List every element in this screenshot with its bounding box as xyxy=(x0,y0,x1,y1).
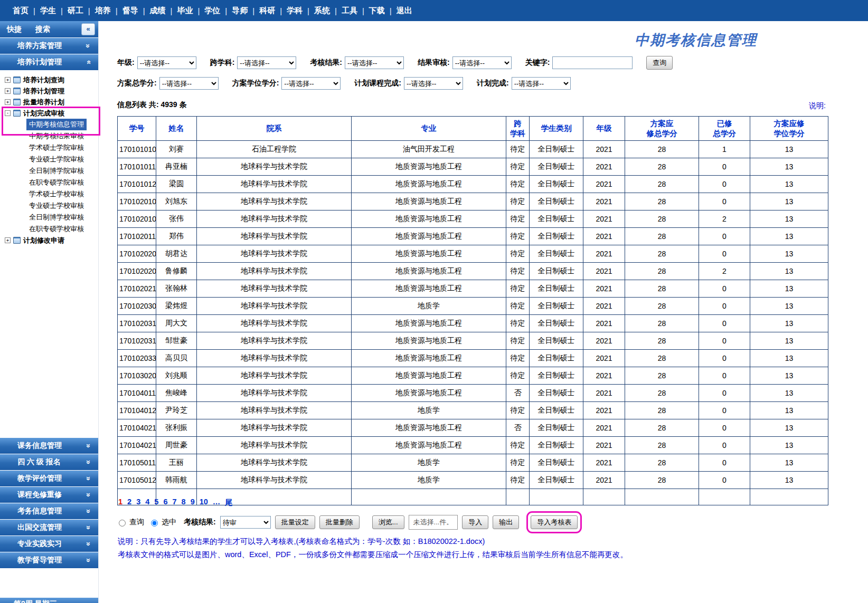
column-header-8[interactable]: 方案应 修总学分 xyxy=(625,117,699,141)
column-header-9[interactable]: 已修 总学分 xyxy=(699,117,750,141)
expand-icon[interactable]: + xyxy=(5,99,11,105)
batch-set-button[interactable]: 批量设定 xyxy=(275,515,315,529)
tree-node-5[interactable]: +计划修改申请 xyxy=(5,235,98,246)
page-link-9[interactable]: 9 xyxy=(191,497,195,508)
top-nav-item-10[interactable]: 科研 xyxy=(254,6,280,16)
sidebar-accordion-bottom-4[interactable]: 课程免修重修» xyxy=(0,487,99,503)
student-name-link[interactable]: 韩雨航 xyxy=(156,472,197,489)
tree-leaf-2[interactable]: 中期考核结果审核 xyxy=(5,130,98,142)
search-tab[interactable]: 搜索 xyxy=(35,25,50,34)
tree-leaf-6[interactable]: 在职专硕学院审核 xyxy=(5,177,98,188)
filter-select[interactable]: --请选择-- xyxy=(159,77,219,90)
top-nav-item-5[interactable]: 督导 xyxy=(118,6,143,16)
sidebar-accordion-top-2[interactable]: 培养计划管理» xyxy=(0,54,98,70)
page-link-1[interactable]: 1 xyxy=(118,497,122,508)
page-link-4[interactable]: 4 xyxy=(145,497,149,508)
expand-icon[interactable]: + xyxy=(5,77,11,83)
tree-leaf-9[interactable]: 全日制博学校审核 xyxy=(5,212,98,223)
student-name-link[interactable]: 高贝贝 xyxy=(156,350,197,367)
top-nav-item-2[interactable]: 学生 xyxy=(35,6,61,16)
filter-select[interactable]: --请选择-- xyxy=(137,56,196,69)
tree-leaf-1[interactable]: 中期考核信息管理 xyxy=(5,119,98,130)
top-nav-item-11[interactable]: 学科 xyxy=(282,6,307,16)
column-header-2[interactable]: 姓名 xyxy=(156,117,197,141)
filter-select[interactable]: --请选择-- xyxy=(452,56,512,69)
student-name-link[interactable]: 焦峻峰 xyxy=(156,385,197,402)
student-name-link[interactable]: 尹玲芝 xyxy=(156,402,197,419)
result-select[interactable]: 待审 xyxy=(220,516,271,529)
tree-leaf-5[interactable]: 全日制博学院审核 xyxy=(5,165,98,177)
filter-select[interactable]: --请选择-- xyxy=(512,77,571,90)
student-name-link[interactable]: 邹世豪 xyxy=(156,332,197,350)
student-name-link[interactable]: 王丽 xyxy=(156,454,197,472)
student-name-link[interactable]: 张伟 xyxy=(156,210,197,228)
student-name-link[interactable]: 周大文 xyxy=(156,315,197,332)
column-header-1[interactable]: 学号 xyxy=(118,117,156,141)
student-name-link[interactable]: 周世豪 xyxy=(156,437,197,454)
browse-button[interactable]: 浏览... xyxy=(372,515,404,529)
tree-leaf-4[interactable]: 专业硕士学院审核 xyxy=(5,154,98,165)
column-header-10[interactable]: 方案应修 学位学分 xyxy=(750,117,828,141)
page-link-10[interactable]: 10 xyxy=(200,497,208,508)
column-header-5[interactable]: 跨 学科 xyxy=(506,117,530,141)
tree-leaf-3[interactable]: 学术硕士学院审核 xyxy=(5,142,98,154)
collapse-icon[interactable]: - xyxy=(5,110,11,116)
batch-delete-button[interactable]: 批量删除 xyxy=(319,515,360,529)
filter-select[interactable]: --请选择-- xyxy=(281,77,341,90)
import-button[interactable]: 导入 xyxy=(462,515,488,529)
filter-select[interactable]: --请选择-- xyxy=(237,56,296,69)
tree-node-4[interactable]: -计划完成审核 xyxy=(5,108,98,119)
page-link-6[interactable]: 6 xyxy=(163,497,167,508)
radio-selected-input[interactable] xyxy=(151,520,158,527)
radio-selected[interactable]: 选中 xyxy=(148,518,176,527)
top-nav-item-6[interactable]: 成绩 xyxy=(145,6,171,16)
column-header-3[interactable]: 院系 xyxy=(197,117,352,141)
sidebar-accordion-bottom-7[interactable]: 专业实践实习» xyxy=(0,536,99,552)
student-name-link[interactable]: 刘旭东 xyxy=(156,193,197,210)
student-name-link[interactable]: 胡君达 xyxy=(156,245,197,263)
tree-node-3[interactable]: +批量培养计划 xyxy=(5,97,98,108)
student-name-link[interactable]: 张翰林 xyxy=(156,280,197,298)
export-button[interactable]: 输出 xyxy=(493,515,519,529)
keyword-input[interactable] xyxy=(552,56,633,69)
sidebar-accordion-bottom-2[interactable]: 四 六 级 报名» xyxy=(0,454,99,470)
sidebar-accordion-top-1[interactable]: 培养方案管理» xyxy=(0,38,98,54)
expand-icon[interactable]: + xyxy=(5,88,11,94)
expand-icon[interactable]: + xyxy=(5,237,11,243)
page-link-8[interactable]: 8 xyxy=(182,497,186,508)
student-name-link[interactable]: 张利振 xyxy=(156,419,197,437)
top-nav-item-12[interactable]: 系统 xyxy=(309,6,335,16)
sidebar-accordion-bottom-8[interactable]: 教学督导管理» xyxy=(0,552,99,568)
top-nav-item-9[interactable]: 导师 xyxy=(227,6,252,16)
sidebar-accordion-bottom-3[interactable]: 教学评价管理» xyxy=(0,471,99,486)
page-link-last[interactable]: 尾 xyxy=(225,497,233,508)
sidebar-collapse-button[interactable]: « xyxy=(81,23,95,35)
sidebar-accordion-bottom-6[interactable]: 出国交流管理» xyxy=(0,520,99,535)
page-link-3[interactable]: 3 xyxy=(136,497,140,508)
page-link-7[interactable]: 7 xyxy=(172,497,176,508)
tree-node-2[interactable]: +培养计划管理 xyxy=(5,85,98,97)
student-name-link[interactable]: 梁圆 xyxy=(156,176,197,193)
query-button[interactable]: 查询 xyxy=(646,56,673,70)
page-link-2[interactable]: 2 xyxy=(127,497,131,508)
quick-tab[interactable]: 快捷 xyxy=(7,25,22,34)
student-name-link[interactable]: 鲁修麟 xyxy=(156,263,197,280)
top-nav-item-4[interactable]: 培养 xyxy=(90,6,116,16)
sidebar-accordion-bottom-5[interactable]: 考务信息管理» xyxy=(0,503,99,519)
column-header-6[interactable]: 学生类别 xyxy=(530,117,583,141)
tree-leaf-8[interactable]: 专业硕士学校审核 xyxy=(5,200,98,212)
top-nav-item-3[interactable]: 研工 xyxy=(63,6,88,16)
top-nav-item-1[interactable]: 首页 xyxy=(8,6,33,16)
page-link-5[interactable]: 5 xyxy=(154,497,158,508)
column-header-4[interactable]: 专业 xyxy=(352,117,506,141)
student-name-link[interactable]: 刘兆顺 xyxy=(156,367,197,385)
tree-node-1[interactable]: +培养计划查询 xyxy=(5,74,98,85)
top-nav-item-8[interactable]: 学位 xyxy=(200,6,225,16)
top-nav-item-14[interactable]: 下载 xyxy=(364,6,390,16)
student-name-link[interactable]: 刘赛 xyxy=(156,141,197,158)
tree-leaf-7[interactable]: 学术硕士学校审核 xyxy=(5,188,98,200)
tree-leaf-10[interactable]: 在职专硕学校审核 xyxy=(5,223,98,235)
top-nav-item-13[interactable]: 工具 xyxy=(337,6,362,16)
column-header-7[interactable]: 年级 xyxy=(583,117,625,141)
top-nav-item-7[interactable]: 毕业 xyxy=(172,6,197,16)
